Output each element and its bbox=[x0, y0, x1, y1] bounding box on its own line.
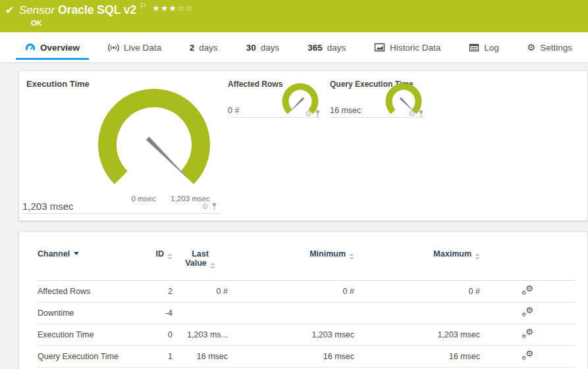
maximum-header-label: Maximum bbox=[433, 249, 471, 258]
table-row: Query Execution Time 1 16 msec 16 msec 1… bbox=[38, 346, 575, 368]
tab-365-days-label: days bbox=[327, 43, 346, 53]
minimum-cell: 0 # bbox=[228, 281, 354, 303]
sensor-name[interactable]: Oracle SQL v2 bbox=[58, 3, 136, 17]
broadcast-icon bbox=[108, 43, 119, 53]
channel-settings-gears-icon[interactable]: ⚙⚙ bbox=[521, 307, 533, 318]
tab-30-days[interactable]: 30 days bbox=[237, 32, 289, 62]
sensor-status-header: ✔ Sensor Oracle SQL v2 ⚐ ★★★☆☆ OK bbox=[0, 0, 588, 32]
last-value-cell bbox=[173, 303, 228, 324]
minimum-cell: 16 msec bbox=[228, 346, 354, 368]
sort-caret-icon bbox=[74, 252, 79, 255]
channel-name-cell[interactable]: Downtime bbox=[38, 303, 153, 324]
column-header-id[interactable]: ID bbox=[153, 249, 173, 281]
table-row: Affected Rows 2 0 # 0 # 0 # ⚙⚙ bbox=[38, 281, 575, 303]
channel-name-cell[interactable]: Query Execution Time bbox=[38, 346, 153, 368]
execution-time-value: 1,203 msec bbox=[22, 201, 74, 212]
last-value-header-line2: Value bbox=[185, 258, 207, 268]
channel-id-cell: 1 bbox=[153, 346, 173, 368]
gauge-scale-min: 0 msec bbox=[117, 195, 170, 203]
sort-arrows-icon bbox=[167, 253, 173, 260]
tab-2-days[interactable]: 2 days bbox=[180, 32, 227, 62]
tab-historic-data-label: Historic Data bbox=[390, 43, 441, 53]
last-value-cell: 1,203 ms... bbox=[173, 324, 228, 346]
minimum-cell: 1,203 msec bbox=[228, 324, 354, 346]
tab-settings[interactable]: ⚙ Settings bbox=[518, 32, 581, 62]
tab-live-data[interactable]: Live Data bbox=[99, 32, 171, 62]
flag-icon[interactable]: ⚐ bbox=[140, 1, 147, 11]
maximum-cell: 1,203 msec bbox=[354, 324, 480, 346]
channel-name-cell[interactable]: Execution Time bbox=[38, 324, 153, 346]
channel-settings-gears-icon[interactable]: ⚙⚙ bbox=[521, 285, 533, 296]
minimum-header-label: Minimum bbox=[309, 249, 346, 258]
tab-settings-label: Settings bbox=[540, 43, 572, 53]
execution-time-gauge bbox=[95, 86, 213, 203]
sort-arrows-icon bbox=[210, 262, 215, 269]
column-header-minimum[interactable]: Minimum bbox=[228, 249, 354, 281]
settings-gear-icon: ⚙ bbox=[527, 43, 536, 52]
gauge-settings-gear-icon[interactable]: ⚙ bbox=[201, 203, 209, 210]
status-check-icon: ✔ bbox=[5, 4, 14, 16]
minimum-cell bbox=[228, 303, 354, 324]
gauge-icon bbox=[25, 43, 36, 52]
channel-name-cell[interactable]: Affected Rows bbox=[38, 281, 153, 303]
maximum-cell: 16 msec bbox=[354, 346, 480, 368]
tab-overview-label: Overview bbox=[40, 43, 80, 53]
tab-live-data-label: Live Data bbox=[124, 43, 161, 53]
sort-arrows-icon bbox=[475, 253, 480, 260]
table-row: Downtime -4 ⚙⚙ bbox=[38, 303, 575, 324]
channel-settings-gears-icon[interactable]: ⚙⚙ bbox=[521, 351, 533, 361]
channel-id-cell: -4 bbox=[153, 303, 173, 324]
maximum-cell bbox=[354, 303, 480, 324]
last-value-header-line1: Last bbox=[192, 249, 209, 258]
tab-365-days[interactable]: 365 days bbox=[298, 32, 355, 62]
execution-time-gauge-title: Execution Time bbox=[26, 79, 90, 89]
column-header-maximum[interactable]: Maximum bbox=[354, 249, 480, 281]
tab-log-label: Log bbox=[484, 43, 499, 53]
channel-id-cell: 2 bbox=[153, 281, 173, 303]
gauges-panel: Execution Time 0 msec 1,203 msec 1,203 m… bbox=[18, 70, 588, 221]
tab-log[interactable]: Log bbox=[460, 32, 508, 62]
gauge-scale-max: 1,203 msec bbox=[164, 195, 217, 203]
tab-2-days-number: 2 bbox=[190, 43, 195, 53]
column-header-channel[interactable]: Channel bbox=[38, 249, 153, 281]
tab-overview[interactable]: Overview bbox=[16, 32, 89, 62]
last-value-cell: 0 # bbox=[173, 281, 228, 303]
last-value-cell: 16 msec bbox=[173, 346, 228, 368]
tab-365-days-number: 365 bbox=[307, 43, 323, 53]
channel-settings-gears-icon[interactable]: ⚙⚙ bbox=[521, 329, 533, 339]
tab-30-days-number: 30 bbox=[246, 43, 256, 53]
channel-header-label: Channel bbox=[38, 249, 70, 258]
log-icon bbox=[469, 43, 479, 52]
affected-rows-value: 0 # bbox=[228, 106, 239, 115]
column-header-last-value[interactable]: Last Value bbox=[173, 249, 228, 281]
table-row: Execution Time 0 1,203 ms... 1,203 msec … bbox=[38, 324, 575, 346]
maximum-cell: 0 # bbox=[354, 281, 480, 303]
pin-icon[interactable] bbox=[211, 203, 217, 210]
query-execution-time-value: 16 msec bbox=[330, 106, 361, 115]
priority-stars[interactable]: ★★★☆☆ bbox=[152, 3, 194, 13]
tab-historic-data[interactable]: Historic Data bbox=[365, 32, 450, 62]
tab-bar: Overview Live Data 2 days 30 days 365 da… bbox=[0, 32, 588, 63]
tab-2-days-label: days bbox=[199, 43, 218, 53]
sort-arrows-icon bbox=[349, 253, 354, 260]
id-header-label: ID bbox=[156, 249, 165, 258]
affected-rows-gauge-title: Affected Rows bbox=[228, 80, 282, 89]
sensor-type-label: Sensor bbox=[19, 4, 55, 17]
channels-table: Channel ID Last Value Minimum Maximum bbox=[38, 249, 575, 368]
channel-id-cell: 0 bbox=[153, 324, 173, 346]
channels-panel: Channel ID Last Value Minimum Maximum bbox=[18, 232, 588, 369]
historic-chart-icon bbox=[374, 43, 385, 52]
status-badge: OK bbox=[31, 19, 42, 27]
tab-30-days-label: days bbox=[261, 43, 280, 53]
